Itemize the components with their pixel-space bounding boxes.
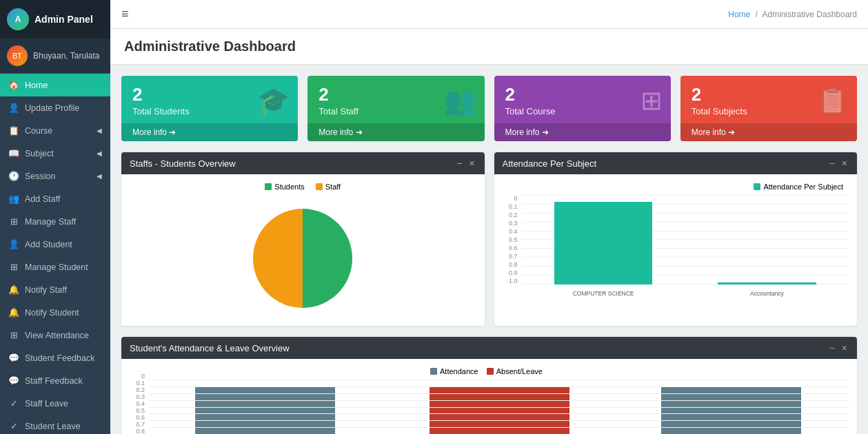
sidebar-label-notify-staff: Notify Staff [25,285,67,295]
sidebar-label-add-staff: Add Staff [25,194,60,204]
bar-chart-close[interactable]: × [840,158,849,169]
bottom-bar-2 [382,384,615,434]
bar-cs-fill [554,202,652,285]
bottom-chart-controls: − × [828,342,849,353]
sidebar-icon-view-attendance: ⊞ [8,330,19,340]
sidebar-icon-student-leave: ✓ [8,421,19,431]
staff-label: Staff [325,183,341,191]
sidebar-item-course[interactable]: 📋 Course ◀ [0,119,110,142]
user-avatar: BT [7,45,28,66]
breadcrumb-home[interactable]: Home [728,10,750,19]
sidebar-item-staff-feedback[interactable]: 💬 Staff Feedback [0,369,110,392]
breadcrumb: Home / Administrative Dashboard [728,10,857,19]
app-title: Admin Panel [34,14,93,25]
sidebar-icon-session: 🕐 [8,171,19,181]
sidebar-icon-manage-staff: ⊞ [8,216,19,227]
bottom-chart-legend: Attendance Absent/Leave [130,367,849,375]
bottom-absent-label: Absent/Leave [496,367,543,375]
sidebar-item-session[interactable]: 🕐 Session ◀ [0,165,110,187]
stat-card-total-staff: 👥 2 Total Staff More info ➜ [307,76,484,141]
bar-chart-legend: Attendance Per Subject [503,183,849,191]
sidebar-item-home[interactable]: 🏠 Home [0,74,110,96]
stat-label-total-students: Total Students [132,106,287,116]
sidebar-item-view-attendance[interactable]: ⊞ View Attendance [0,324,110,347]
hamburger-icon[interactable]: ≡ [121,7,129,21]
sidebar-icon-manage-student: ⊞ [8,262,19,272]
attendance-label: Attendance Per Subject [763,183,843,191]
sidebar-label-session: Session [25,172,55,181]
stats-row: 🎓 2 Total Students More info ➜ 👥 2 Total… [121,76,857,141]
stat-footer-total-staff[interactable]: More info ➜ [307,123,484,141]
bottom-chart-panel: Student's Attendance & Leave Overview − … [121,337,857,434]
stat-footer-total-students[interactable]: More info ➜ [121,123,298,141]
user-name: Bhuyaan, Tarulata [33,51,100,61]
sidebar-item-add-staff[interactable]: 👥 Add Staff [0,187,110,210]
sidebar-icon-add-staff: 👥 [8,194,19,204]
bar-acc-label: Accountancy [750,290,784,297]
sidebar-item-student-leave[interactable]: ✓ Student Leave [0,415,110,434]
sidebar-label-add-student: Add Student [25,240,72,249]
bottom-chart-title: Student's Attendance & Leave Overview [130,343,290,353]
stat-card-total-subjects: 📋 2 Total Subjects More info ➜ [680,76,857,141]
sidebar-label-subject: Subject [25,149,54,158]
sidebar-label-manage-staff: Manage Staff [25,217,76,227]
pie-chart-title: Staffs - Students Overview [130,158,236,169]
stat-footer-total-course[interactable]: More info ➜ [494,123,671,141]
pie-chart-svg [248,203,358,313]
sidebar-icon-staff-leave: ✓ [8,398,19,409]
pie-chart-panel: Staffs - Students Overview − × Students [121,152,485,326]
bar-chart-controls: − × [828,158,849,169]
sidebar-arrow-subject: ◀ [97,149,102,157]
sidebar-arrow-session: ◀ [97,172,102,180]
bottom-bar-area: 1.00.90.80.70.6 0.50.40.30.20.10 [130,380,849,434]
sidebar-item-staff-leave[interactable]: ✓ Staff Leave [0,392,110,415]
bar-chart-minimize[interactable]: − [828,158,836,169]
pie-chart-close[interactable]: × [467,158,476,169]
bottom-bar-3-att [661,387,801,434]
bottom-chart-close[interactable]: × [840,342,849,353]
sidebar-icon-notify-student: 🔔 [8,307,19,318]
main-content: ≡ Home / Administrative Dashboard Admini… [110,0,868,434]
stat-label-total-subjects: Total Subjects [692,106,846,116]
sidebar-icon-home: 🏠 [8,80,19,90]
page-title: Administrative Dashboard [124,39,296,54]
bottom-chart-minimize[interactable]: − [828,342,836,353]
staff-dot [316,183,323,190]
sidebar-item-notify-student[interactable]: 🔔 Notify Student [0,301,110,324]
bottom-absent-dot [487,368,494,375]
attendance-dot [754,183,760,190]
sidebar-item-notify-staff[interactable]: 🔔 Notify Staff [0,278,110,301]
sidebar-icon-update-profile: 👤 [8,103,19,113]
sidebar-item-student-feedback[interactable]: 💬 Student Feedback [0,347,110,369]
sidebar-item-manage-student[interactable]: ⊞ Manage Student [0,256,110,278]
sidebar-arrow-course: ◀ [97,127,102,134]
stat-number-total-course: 2 [505,85,660,103]
stat-label-total-course: Total Course [505,106,660,116]
sidebar-item-add-student[interactable]: 👤 Add Student [0,233,110,256]
breadcrumb-separator: / [756,10,758,19]
sidebar-item-manage-staff[interactable]: ⊞ Manage Staff [0,210,110,233]
bar-chart-header: Attendance Per Subject − × [494,152,858,174]
bottom-chart-body: Attendance Absent/Leave 1.00.90.80.70.6 … [121,359,857,434]
bar-legend-attendance: Attendance Per Subject [754,183,843,191]
page-header: Administrative Dashboard [110,29,868,65]
charts-row: Staffs - Students Overview − × Students [121,152,857,326]
bottom-y-axis: 1.00.90.80.70.6 0.50.40.30.20.10 [130,380,148,434]
sidebar-label-notify-student: Notify Student [25,308,79,318]
sidebar-item-subject[interactable]: 📖 Subject ◀ [0,142,110,165]
pie-chart-controls: − × [455,158,476,169]
bottom-chart-header: Student's Attendance & Leave Overview − … [121,337,857,359]
pie-chart-container [130,196,476,318]
sidebar-nav: 🏠 Home 👤 Update Profile 📋 Course ◀📖 Subj… [0,74,110,434]
bar-acc-fill [718,282,816,285]
sidebar-header: A Admin Panel [0,0,110,39]
bottom-bar-3 [616,384,849,434]
sidebar-icon-staff-feedback: 💬 [8,375,19,386]
stat-footer-total-subjects[interactable]: More info ➜ [680,123,857,141]
stat-card-total-course: ⊞ 2 Total Course More info ➜ [494,76,671,141]
sidebar-icon-student-feedback: 💬 [8,353,19,363]
pie-chart-minimize[interactable]: − [455,158,463,169]
sidebar-label-student-feedback: Student Feedback [25,353,94,363]
sidebar-item-update-profile[interactable]: 👤 Update Profile [0,96,110,119]
bottom-bar-2-abs [430,387,569,434]
